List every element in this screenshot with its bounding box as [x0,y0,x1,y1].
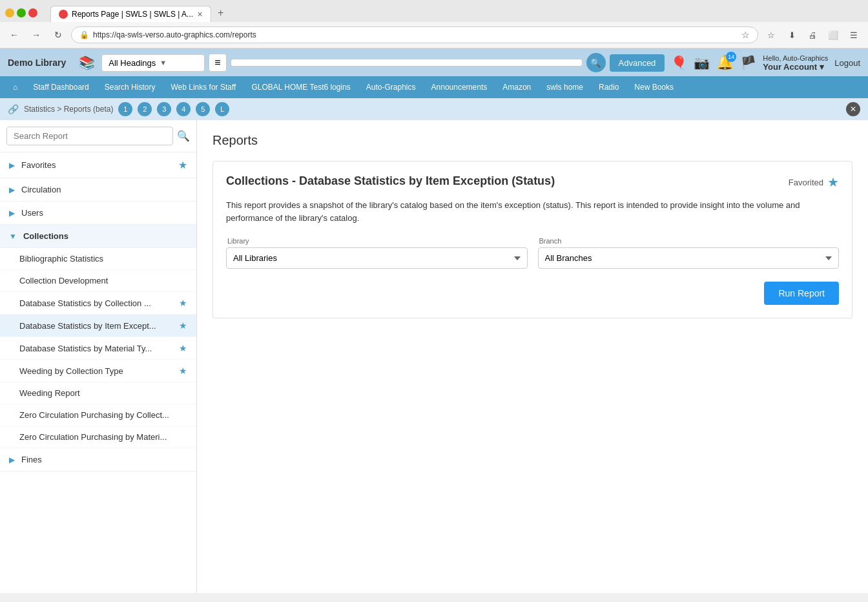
account-dropdown[interactable]: Your Account ▾ [763,62,828,72]
sidebar-item-favorites[interactable]: ▶ Favorites ★ [0,152,196,178]
nav-auto-graphics[interactable]: Auto-Graphics [358,76,424,98]
fines-label: Fines [21,455,187,464]
search-submit-btn[interactable]: 🔍 [586,53,606,72]
favorite-area[interactable]: Favorited ★ [789,174,839,190]
nav-web-links[interactable]: Web Links for Staff [163,76,243,98]
downloads-btn[interactable]: ⬇ [783,26,801,44]
tab-title: Reports Page | SWLS | SWLS | A... [72,10,193,19]
db-material-star-icon[interactable]: ★ [179,343,187,353]
sidebar-sub-zero-circ-collect[interactable]: Zero Circulation Purchasing by Collect..… [0,404,196,426]
branch-select[interactable]: All Branches [538,247,840,269]
zero-circ-collect-label: Zero Circulation Purchasing by Collect..… [19,410,187,420]
main-content: Reports Collections - Database Statistic… [197,120,868,593]
favorites-star-icon: ★ [178,159,187,171]
sidebar-sub-bibliographic[interactable]: Bibliographic Statistics [0,248,196,270]
library-name: Demo Library [8,57,66,68]
breadcrumb-step-3[interactable]: 3 [157,102,171,116]
sidebar-sub-db-material[interactable]: Database Statistics by Material Ty... ★ [0,337,196,360]
weeding-collection-star-icon[interactable]: ★ [179,366,187,376]
nav-auto-graphics-label: Auto-Graphics [366,83,416,92]
search-report-area: 🔍 [0,120,196,152]
address-bar[interactable]: 🔒 https://qa-swls-verso.auto-graphics.co… [71,26,758,43]
search-report-icon: 🔍 [177,130,190,141]
browser-close[interactable] [28,8,37,17]
sidebar-sub-weeding-report[interactable]: Weeding Report [0,382,196,404]
run-report-btn[interactable]: Run Report [764,282,839,305]
reload-btn[interactable]: ↻ [49,26,67,44]
nav-global-home-label: GLOBAL HOME Test6 logins [251,83,350,92]
nav-amazon-label: Amazon [502,83,531,92]
flag-icon-wrapper[interactable]: 🏴 [740,55,756,70]
sidebar-item-collections[interactable]: ▼ Collections [0,225,196,248]
bookmarks-btn[interactable]: ☆ [762,26,780,44]
stack-icon: ≡ [214,57,220,68]
library-filter-group: Library All Libraries [226,237,528,269]
camera-icon: 📷 [694,55,710,70]
sidebar-sub-db-item-except[interactable]: Database Statistics by Item Except... ★ [0,315,196,337]
notification-icon-wrapper[interactable]: 🔔 14 [716,54,734,71]
new-tab-btn[interactable]: + [211,4,230,22]
browser-tab[interactable]: Reports Page | SWLS | SWLS | A... ✕ [50,6,211,22]
favorites-label: Favorites [21,160,178,170]
sidebar-sub-db-collection[interactable]: Database Statistics by Collection ... ★ [0,292,196,315]
balloon-icon[interactable]: 🎈 [671,55,687,70]
breadcrumb-step-1[interactable]: 1 [118,102,132,116]
nav-search-history[interactable]: Search History [97,76,163,98]
sidebar-sub-zero-circ-materi[interactable]: Zero Circulation Purchasing by Materi... [0,426,196,448]
flag-icon: 🏴 [740,55,756,70]
search-heading-dropdown[interactable]: All Headings ▼ [101,54,205,72]
print-btn[interactable]: 🖨 [803,26,822,44]
sidebar-item-fines[interactable]: ▶ Fines [0,448,196,472]
sidebar-item-circulation[interactable]: ▶ Circulation [0,178,196,202]
breadcrumb-step-l[interactable]: L [215,102,229,116]
menu-btn[interactable]: ☰ [845,26,863,44]
browser-minimize[interactable] [5,8,14,17]
stack-icon-btn[interactable]: ≡ [209,54,226,72]
breadcrumb-step-4[interactable]: 4 [176,102,191,116]
account-chevron-icon: ▾ [820,62,824,72]
account-label: Your Account [763,62,817,72]
nav-amazon[interactable]: Amazon [495,76,539,98]
search-input[interactable] [231,59,583,67]
breadcrumb-step-2[interactable]: 2 [138,102,152,116]
nav-announcements[interactable]: Announcements [424,76,495,98]
users-chevron-icon: ▶ [9,209,15,218]
search-icon: 🔍 [590,58,601,68]
extensions-btn[interactable]: ⬜ [824,26,842,44]
advanced-search-btn[interactable]: Advanced [610,54,665,72]
back-btn[interactable]: ← [5,26,23,44]
sidebar-item-users[interactable]: ▶ Users [0,202,196,225]
db-item-except-star-icon[interactable]: ★ [179,320,187,331]
breadcrumb-step-5[interactable]: 5 [196,102,210,116]
nav-new-books[interactable]: New Books [626,76,681,98]
search-report-input[interactable] [6,127,173,145]
search-report-btn[interactable]: 🔍 [177,130,190,142]
forward-btn[interactable]: → [27,26,45,44]
sidebar-sub-weeding-collection[interactable]: Weeding by Collection Type ★ [0,360,196,382]
library-select[interactable]: All Libraries [226,247,528,269]
nav-global-home[interactable]: GLOBAL HOME Test6 logins [243,76,358,98]
nav-menu: ⌂ Staff Dashboard Search History Web Lin… [0,76,868,98]
home-icon: ⌂ [13,83,17,92]
collections-label: Collections [23,231,187,241]
breadcrumb-close-btn[interactable]: ✕ [846,102,860,116]
library-filter-label: Library [226,237,528,245]
branch-filter-label: Branch [538,237,840,245]
filters-row: Library All Libraries Branch All Branche… [226,237,839,269]
db-collection-star-icon[interactable]: ★ [179,298,187,308]
camera-icon-wrapper[interactable]: 📷 [694,55,710,70]
nav-staff-dashboard-label: Staff Dashboard [33,83,89,92]
report-header: Collections - Database Statistics by Ite… [226,174,839,190]
logout-btn[interactable]: Logout [834,58,860,68]
nav-home-btn[interactable]: ⌂ [5,76,25,98]
tab-close-btn[interactable]: ✕ [197,10,203,19]
nav-radio[interactable]: Radio [591,76,626,98]
browser-maximize[interactable] [17,8,26,17]
catalog-icon[interactable]: 📚 [79,55,95,70]
collection-dev-label: Collection Development [19,276,187,285]
sidebar-sub-collection-dev[interactable]: Collection Development [0,270,196,292]
nav-swls-home[interactable]: swls home [539,76,591,98]
favorited-star-icon[interactable]: ★ [827,174,839,190]
nav-staff-dashboard[interactable]: Staff Dashboard [25,76,97,98]
db-item-except-label: Database Statistics by Item Except... [19,321,176,331]
